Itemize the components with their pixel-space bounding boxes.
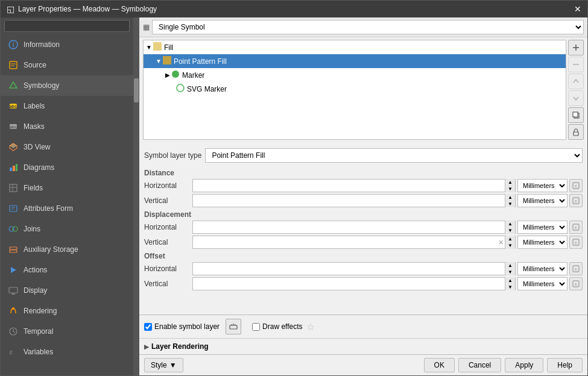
attributes-form-icon	[8, 203, 19, 214]
displacement-horizontal-row: Horizontal 0.000000 ▲ ▼ Millimeters ε	[144, 221, 583, 234]
tree-down-button[interactable]	[568, 90, 584, 106]
disp-v-unit[interactable]: Millimeters	[517, 236, 567, 249]
disp-v-clear-button[interactable]: ✕	[497, 239, 505, 246]
disp-h-input[interactable]: 0.000000	[193, 221, 505, 233]
symbol-type-select[interactable]: Point Pattern Fill	[205, 148, 583, 163]
disp-v-input[interactable]: 7.000000	[193, 236, 497, 248]
auxiliary-storage-icon	[8, 244, 19, 255]
sidebar-item-fields[interactable]: Fields	[1, 178, 133, 198]
dist-v-input[interactable]: 14.000000	[193, 195, 505, 207]
off-v-input-wrapper: 0.000000 ▲ ▼	[192, 277, 516, 290]
dist-v-up[interactable]: ▲	[505, 194, 515, 201]
disp-h-unit[interactable]: Millimeters	[517, 221, 567, 234]
sidebar-scroll-thumb[interactable]	[134, 78, 139, 102]
off-v-up[interactable]: ▲	[505, 277, 515, 284]
sidebar-item-labels[interactable]: abc Labels	[1, 96, 133, 116]
single-symbol-icon: ▦	[143, 23, 150, 31]
main-content: i Information Source Symbology	[1, 17, 587, 375]
tree-item-svg-marker[interactable]: SVG Marker	[144, 82, 566, 96]
sidebar-item-3dview[interactable]: 3D View	[1, 137, 133, 157]
dist-h-input[interactable]: 14.000000	[193, 180, 505, 192]
layer-rendering-section: ▶ Layer Rendering	[139, 338, 587, 354]
ok-button[interactable]: OK	[424, 358, 455, 372]
svg-rect-26	[9, 287, 17, 293]
off-v-unit[interactable]: Millimeters	[517, 277, 567, 290]
footer-left: Style ▼	[144, 358, 183, 372]
off-h-expr-button[interactable]: ε	[569, 262, 583, 275]
sidebar-item-actions[interactable]: Actions	[1, 260, 133, 280]
dist-h-up[interactable]: ▲	[505, 179, 515, 186]
dist-h-expr-button[interactable]: ε	[569, 179, 583, 192]
cancel-button[interactable]: Cancel	[458, 358, 501, 372]
off-h-input[interactable]: 0.000000	[193, 263, 505, 275]
right-panel: ▦ Single Symbol Categorized Graduated Ru…	[139, 17, 587, 375]
off-h-label: Horizontal	[144, 265, 192, 273]
dist-v-down[interactable]: ▼	[505, 201, 515, 207]
sidebar-label-information: Information	[24, 40, 60, 49]
tree-add-button[interactable]	[568, 40, 584, 55]
disp-v-down[interactable]: ▼	[505, 242, 515, 249]
dist-v-expr-button[interactable]: ε	[569, 194, 583, 207]
dist-v-unit[interactable]: Millimeters	[517, 194, 567, 207]
dist-h-label: Horizontal	[144, 181, 192, 190]
symbol-tree: ▼ Fill ▼ Point Pattern Fill	[143, 40, 566, 140]
sidebar-item-display[interactable]: Display	[1, 280, 133, 301]
sidebar-item-rendering[interactable]: Rendering	[1, 301, 133, 321]
svg-text:ε: ε	[575, 282, 577, 286]
info-icon: i	[8, 39, 19, 50]
tree-item-point-pattern-fill[interactable]: ▼ Point Pattern Fill	[144, 54, 566, 68]
disp-h-down[interactable]: ▼	[505, 227, 515, 234]
off-h-unit[interactable]: Millimeters	[517, 262, 567, 275]
masks-icon: abc	[8, 121, 19, 132]
layer-rendering-header[interactable]: ▶ Layer Rendering	[144, 342, 583, 351]
svg-rect-18	[10, 205, 17, 212]
off-v-down[interactable]: ▼	[505, 284, 515, 290]
symbol-selector-dropdown[interactable]: Single Symbol Categorized Graduated Rule…	[152, 20, 584, 34]
sidebar-item-auxiliary-storage[interactable]: Auxiliary Storage	[1, 239, 133, 260]
dist-h-unit[interactable]: Millimeters	[517, 179, 567, 192]
disp-h-expr-button[interactable]: ε	[569, 221, 583, 234]
tree-up-button[interactable]	[568, 74, 584, 89]
sidebar-item-symbology[interactable]: Symbology	[1, 75, 133, 96]
sidebar-item-attributes-form[interactable]: Attributes Form	[1, 198, 133, 219]
disp-h-up[interactable]: ▲	[505, 221, 515, 227]
tree-remove-button[interactable]	[568, 57, 584, 72]
help-button[interactable]: Help	[547, 358, 583, 372]
enable-symbol-checkbox[interactable]	[144, 323, 152, 331]
sidebar-item-source[interactable]: Source	[1, 55, 133, 75]
off-v-expr-button[interactable]: ε	[569, 277, 583, 290]
style-button[interactable]: Style ▼	[144, 358, 183, 372]
svg-text:ε: ε	[10, 348, 13, 356]
close-button[interactable]: ✕	[574, 4, 581, 14]
disp-v-up[interactable]: ▲	[505, 236, 515, 242]
tree-item-fill[interactable]: ▼ Fill	[144, 40, 566, 54]
sidebar-item-masks[interactable]: abc Masks	[1, 116, 133, 137]
sidebar-label-actions: Actions	[24, 266, 47, 274]
offset-header: Offset	[144, 252, 583, 260]
sidebar-label-masks: Masks	[24, 122, 45, 131]
off-h-down[interactable]: ▼	[505, 269, 515, 275]
dist-h-arrows: ▲ ▼	[505, 179, 515, 192]
tree-lock-button[interactable]	[568, 124, 584, 140]
off-v-input[interactable]: 0.000000	[193, 278, 505, 290]
sidebar-item-temporal[interactable]: Temporal	[1, 321, 133, 342]
sidebar-scrollbar[interactable]	[133, 17, 139, 375]
sidebar-item-variables[interactable]: ε Variables	[1, 342, 133, 362]
sidebar-label-auxiliary-storage: Auxiliary Storage	[24, 245, 78, 254]
svg-rect-14	[16, 164, 17, 171]
apply-button[interactable]: Apply	[505, 358, 543, 372]
disp-v-expr-button[interactable]: ε	[569, 236, 583, 249]
search-input[interactable]	[4, 20, 130, 32]
off-h-up[interactable]: ▲	[505, 262, 515, 269]
tree-item-marker[interactable]: ▶ Marker	[144, 68, 566, 82]
enable-symbol-edit-button[interactable]	[226, 319, 241, 334]
draw-effects-checkbox[interactable]	[252, 323, 260, 331]
sidebar-item-joins[interactable]: Joins	[1, 219, 133, 239]
tree-copy-button[interactable]	[568, 107, 584, 123]
style-dropdown-arrow: ▼	[169, 361, 177, 369]
sidebar-item-information[interactable]: i Information	[1, 34, 133, 55]
dist-h-down[interactable]: ▼	[505, 186, 515, 192]
symbol-type-label: Symbol layer type	[144, 151, 201, 160]
sidebar-item-diagrams[interactable]: Diagrams	[1, 157, 133, 178]
effects-star-button[interactable]: ☆	[306, 321, 315, 333]
